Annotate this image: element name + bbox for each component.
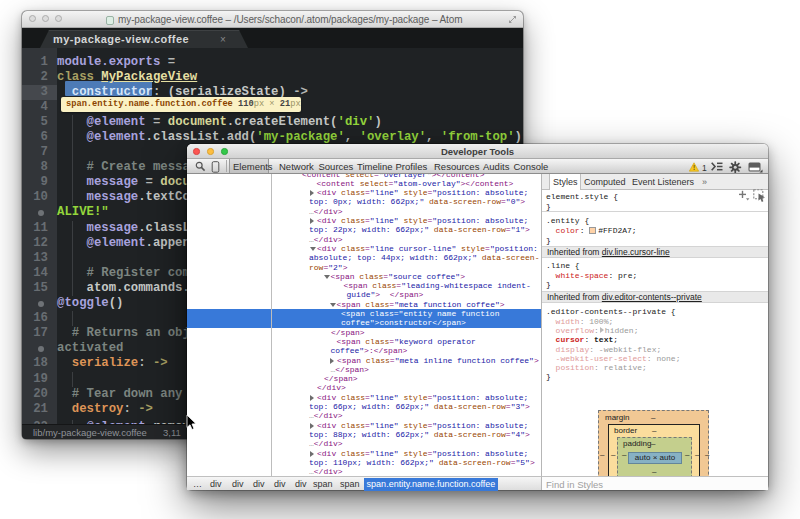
svg-text:1: 1 bbox=[702, 162, 707, 171]
svg-text:!: ! bbox=[693, 164, 695, 171]
